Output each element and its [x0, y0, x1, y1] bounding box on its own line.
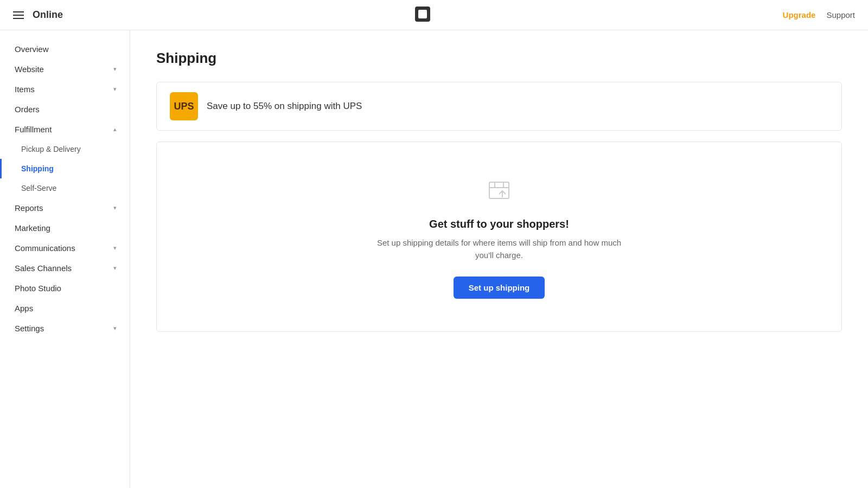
page-title: Shipping	[156, 50, 842, 67]
set-up-shipping-button[interactable]: Set up shipping	[454, 277, 545, 299]
top-nav: Online Upgrade Support	[0, 0, 868, 30]
sidebar-item-label-reports: Reports	[15, 203, 43, 213]
topnav-right: Upgrade Support	[783, 10, 855, 20]
support-link[interactable]: Support	[826, 10, 855, 20]
empty-state-heading: Get stuff to your shoppers!	[429, 218, 569, 230]
chevron-icon-items: ▾	[113, 86, 117, 93]
brand-name: Online	[33, 9, 63, 21]
app-layout: OverviewWebsite▾Items▾OrdersFulfillment▴…	[0, 30, 868, 488]
sidebar-item-sales-channels[interactable]: Sales Channels▾	[0, 258, 130, 278]
chevron-icon-sales-channels: ▾	[113, 265, 117, 272]
empty-state-description: Set up shipping details for where items …	[369, 237, 629, 261]
sidebar-item-self-serve[interactable]: Self-Serve	[0, 178, 130, 198]
sidebar-item-label-pickup-delivery: Pickup & Delivery	[21, 145, 81, 153]
sidebar-item-fulfillment[interactable]: Fulfillment▴	[0, 119, 130, 139]
sidebar-item-label-overview: Overview	[15, 44, 49, 54]
sidebar-item-settings[interactable]: Settings▾	[0, 318, 130, 338]
sidebar-item-label-communications: Communications	[15, 243, 75, 253]
sidebar-item-label-orders: Orders	[15, 105, 40, 114]
svg-rect-1	[418, 10, 427, 18]
sidebar-item-website[interactable]: Website▾	[0, 59, 130, 79]
ups-banner-text: Save up to 55% on shipping with UPS	[207, 101, 362, 112]
sidebar-item-label-marketing: Marketing	[15, 223, 50, 233]
svg-rect-2	[489, 182, 509, 198]
chevron-icon-website: ▾	[113, 66, 117, 73]
empty-state-card: Get stuff to your shoppers! Set up shipp…	[156, 142, 842, 332]
sidebar-item-apps[interactable]: Apps	[0, 298, 130, 318]
sidebar-item-shipping[interactable]: Shipping	[0, 159, 130, 178]
sidebar-item-photo-studio[interactable]: Photo Studio	[0, 278, 130, 298]
sidebar-item-reports[interactable]: Reports▾	[0, 198, 130, 218]
square-logo	[413, 4, 432, 26]
sidebar-item-orders[interactable]: Orders	[0, 99, 130, 119]
chevron-icon-reports: ▾	[113, 204, 117, 211]
topnav-left: Online	[13, 9, 63, 21]
sidebar-item-label-photo-studio: Photo Studio	[15, 284, 61, 293]
sidebar-item-marketing[interactable]: Marketing	[0, 218, 130, 238]
sidebar-item-label-fulfillment: Fulfillment	[15, 125, 52, 134]
sidebar-item-label-website: Website	[15, 65, 44, 74]
sidebar-item-label-sales-channels: Sales Channels	[15, 264, 72, 273]
ups-logo: UPS	[170, 92, 198, 120]
sidebar-item-communications[interactable]: Communications▾	[0, 238, 130, 258]
sidebar-item-pickup-delivery[interactable]: Pickup & Delivery	[0, 139, 130, 159]
hamburger-button[interactable]	[13, 11, 24, 19]
sidebar-item-items[interactable]: Items▾	[0, 79, 130, 99]
upgrade-link[interactable]: Upgrade	[783, 10, 816, 20]
shipping-box-icon	[484, 175, 514, 207]
sidebar-item-label-shipping: Shipping	[21, 164, 54, 173]
sidebar-item-label-self-serve: Self-Serve	[21, 184, 56, 192]
main-content: Shipping UPS Save up to 55% on shipping …	[130, 30, 868, 488]
sidebar-item-overview[interactable]: Overview	[0, 39, 130, 59]
sidebar-item-label-items: Items	[15, 85, 35, 94]
chevron-icon-communications: ▾	[113, 245, 117, 252]
chevron-icon-fulfillment: ▴	[113, 126, 117, 133]
sidebar-item-label-apps: Apps	[15, 304, 33, 313]
sidebar-item-label-settings: Settings	[15, 324, 44, 333]
sidebar: OverviewWebsite▾Items▾OrdersFulfillment▴…	[0, 30, 130, 488]
chevron-icon-settings: ▾	[113, 325, 117, 332]
ups-banner[interactable]: UPS Save up to 55% on shipping with UPS	[156, 82, 842, 131]
